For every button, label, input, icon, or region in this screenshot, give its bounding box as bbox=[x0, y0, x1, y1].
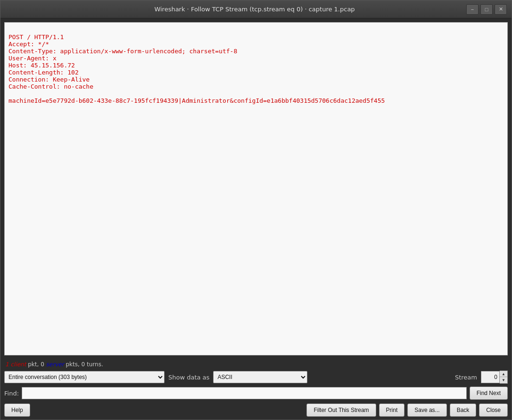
window-title: Wireshark · Follow TCP Stream (tcp.strea… bbox=[43, 6, 466, 13]
status-line: 1 client pkt, 0 server pkts, 0 turns. bbox=[4, 361, 508, 368]
maximize-button[interactable]: □ bbox=[480, 4, 493, 15]
window-controls: − □ ✕ bbox=[466, 4, 507, 15]
main-window: Wireshark · Follow TCP Stream (tcp.strea… bbox=[0, 0, 512, 420]
stream-label: Stream bbox=[455, 374, 477, 381]
stream-text: POST / HTTP/1.1 Accept: */* Content-Type… bbox=[8, 33, 385, 104]
bottom-bar: 1 client pkt, 0 server pkts, 0 turns. En… bbox=[0, 359, 512, 420]
pkt-middle: pkt, 0 bbox=[26, 361, 46, 368]
back-button[interactable]: Back bbox=[450, 404, 477, 417]
find-next-button[interactable]: Find Next bbox=[470, 387, 508, 400]
conversation-select[interactable]: Entire conversation (303 bytes) bbox=[4, 371, 165, 383]
spinner-down-button[interactable]: ▼ bbox=[500, 377, 507, 383]
server-pkts: server bbox=[46, 361, 64, 368]
spinner-buttons: ▲ ▼ bbox=[500, 371, 508, 384]
controls-row1: Entire conversation (303 bytes) Show dat… bbox=[4, 371, 508, 384]
controls-row2: Find: Find Next bbox=[4, 387, 508, 400]
spinner-up-button[interactable]: ▲ bbox=[500, 371, 507, 377]
titlebar: Wireshark · Follow TCP Stream (tcp.strea… bbox=[0, 0, 512, 18]
tcp-stream-content: POST / HTTP/1.1 Accept: */* Content-Type… bbox=[4, 22, 508, 355]
find-input[interactable] bbox=[22, 387, 467, 399]
data-as-select[interactable]: ASCIIEBCDICHex DumpC ArraysRaw bbox=[213, 371, 307, 383]
find-label: Find: bbox=[4, 390, 19, 397]
stream-input[interactable] bbox=[481, 371, 500, 383]
bottom-buttons: Help Filter Out This Stream Print Save a… bbox=[4, 403, 508, 418]
show-data-label: Show data as bbox=[168, 374, 209, 381]
filter-out-button[interactable]: Filter Out This Stream bbox=[306, 404, 376, 417]
stream-spinner: ▲ ▼ bbox=[481, 371, 508, 384]
pkt-end: pkts, 0 turns. bbox=[64, 361, 103, 368]
print-button[interactable]: Print bbox=[379, 404, 405, 417]
close-window-button[interactable]: ✕ bbox=[495, 4, 507, 15]
client-pkts: 1 client bbox=[5, 361, 26, 368]
help-button[interactable]: Help bbox=[4, 404, 30, 417]
right-buttons: Filter Out This Stream Print Save as... … bbox=[306, 404, 508, 417]
minimize-button[interactable]: − bbox=[466, 4, 479, 15]
save-as-button[interactable]: Save as... bbox=[407, 404, 446, 417]
close-button[interactable]: Close bbox=[479, 404, 508, 417]
